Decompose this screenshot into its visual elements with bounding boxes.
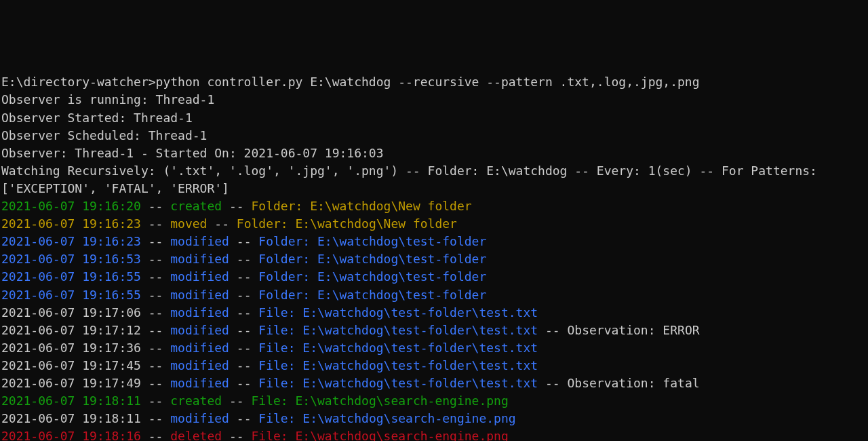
- startup-line: Observer Started: Thread-1: [1, 109, 867, 127]
- log-action: modified: [170, 269, 229, 284]
- log-ts: 2021-06-07 19:18:16: [1, 429, 141, 441]
- log-sep2: --: [229, 358, 258, 372]
- log-sep1: --: [141, 429, 170, 441]
- log-sep1: --: [141, 394, 170, 408]
- log-target: File: E:\watchdog\test-folder\test.txt: [258, 305, 538, 320]
- log-line: 2021-06-07 19:18:16 -- deleted -- File: …: [1, 427, 867, 441]
- log-target: File: E:\watchdog\test-folder\test.txt: [258, 323, 538, 337]
- log-sep2: --: [207, 216, 236, 231]
- log-action: modified: [170, 288, 229, 302]
- log-sep2: --: [222, 199, 251, 213]
- log-line: 2021-06-07 19:17:49 -- modified -- File:…: [1, 375, 867, 392]
- log-extra: -- Observation: ERROR: [538, 323, 699, 337]
- log-target: File: E:\watchdog\test-folder\test.txt: [258, 358, 538, 372]
- log-ts: 2021-06-07 19:16:53: [1, 252, 141, 266]
- log-target: Folder: E:\watchdog\test-folder: [258, 269, 486, 284]
- log-line: 2021-06-07 19:16:23 -- moved -- Folder: …: [1, 215, 867, 233]
- log-sep1: --: [141, 323, 170, 337]
- log-action: deleted: [170, 429, 222, 441]
- log-sep1: --: [141, 252, 170, 266]
- log-ts: 2021-06-07 19:17:45: [1, 358, 141, 372]
- log-sep2: --: [229, 234, 258, 248]
- log-sep1: --: [141, 341, 170, 355]
- log-line: 2021-06-07 19:16:20 -- created -- Folder…: [1, 197, 867, 215]
- log-ts: 2021-06-07 19:18:11: [1, 394, 141, 408]
- event-log: 2021-06-07 19:16:20 -- created -- Folder…: [1, 197, 867, 441]
- log-target: File: E:\watchdog\search-engine.png: [258, 411, 515, 425]
- log-action: modified: [170, 411, 229, 425]
- log-line: 2021-06-07 19:18:11 -- modified -- File:…: [1, 410, 867, 427]
- log-target: Folder: E:\watchdog\New folder: [251, 199, 471, 213]
- log-sep1: --: [141, 216, 170, 231]
- log-ts: 2021-06-07 19:16:23: [1, 216, 141, 231]
- log-target: File: E:\watchdog\search-engine.png: [251, 429, 508, 441]
- log-ts: 2021-06-07 19:17:12: [1, 323, 141, 337]
- log-sep2: --: [222, 394, 251, 408]
- log-line: 2021-06-07 19:17:36 -- modified -- File:…: [1, 339, 867, 357]
- log-ts: 2021-06-07 19:16:20: [1, 199, 141, 213]
- log-line: 2021-06-07 19:16:53 -- modified -- Folde…: [1, 250, 867, 268]
- log-line: 2021-06-07 19:16:55 -- modified -- Folde…: [1, 268, 867, 286]
- log-line: 2021-06-07 19:16:55 -- modified -- Folde…: [1, 286, 867, 304]
- log-target: Folder: E:\watchdog\test-folder: [258, 288, 486, 302]
- log-action: modified: [170, 358, 229, 372]
- log-sep2: --: [229, 341, 258, 355]
- command-prompt-line: E:\directory-watcher>python controller.p…: [1, 73, 867, 91]
- log-sep1: --: [141, 358, 170, 372]
- log-sep1: --: [141, 269, 170, 284]
- log-action: created: [170, 199, 222, 213]
- log-line: 2021-06-07 19:16:23 -- modified -- Folde…: [1, 233, 867, 250]
- log-target: File: E:\watchdog\search-engine.png: [251, 394, 508, 408]
- startup-line: Observer Scheduled: Thread-1: [1, 127, 867, 145]
- log-sep1: --: [141, 234, 170, 248]
- log-action: created: [170, 394, 222, 408]
- startup-line: Observer: Thread-1 - Started On: 2021-06…: [1, 145, 867, 162]
- startup-messages: Observer is running: Thread-1Observer St…: [1, 91, 867, 197]
- log-ts: 2021-06-07 19:17:06: [1, 305, 141, 320]
- log-action: modified: [170, 323, 229, 337]
- log-target: Folder: E:\watchdog\New folder: [237, 216, 457, 231]
- log-sep2: --: [229, 376, 258, 390]
- log-sep1: --: [141, 199, 170, 213]
- log-extra: -- Observation: fatal: [538, 376, 699, 390]
- log-action: modified: [170, 252, 229, 266]
- log-sep1: --: [141, 376, 170, 390]
- log-ts: 2021-06-07 19:16:23: [1, 234, 141, 248]
- log-sep2: --: [229, 269, 258, 284]
- startup-line: Observer is running: Thread-1: [1, 91, 867, 109]
- log-line: 2021-06-07 19:17:06 -- modified -- File:…: [1, 304, 867, 322]
- log-sep2: --: [229, 252, 258, 266]
- log-action: moved: [170, 216, 207, 231]
- log-line: 2021-06-07 19:17:45 -- modified -- File:…: [1, 357, 867, 375]
- log-sep2: --: [229, 305, 258, 320]
- log-ts: 2021-06-07 19:17:36: [1, 341, 141, 355]
- log-sep1: --: [141, 305, 170, 320]
- log-action: modified: [170, 341, 229, 355]
- log-action: modified: [170, 376, 229, 390]
- log-sep1: --: [141, 288, 170, 302]
- log-line: 2021-06-07 19:18:11 -- created -- File: …: [1, 392, 867, 410]
- log-action: modified: [170, 234, 229, 248]
- terminal-output[interactable]: E:\directory-watcher>python controller.p…: [1, 73, 867, 441]
- log-ts: 2021-06-07 19:18:11: [1, 411, 141, 425]
- log-sep2: --: [229, 323, 258, 337]
- log-ts: 2021-06-07 19:17:49: [1, 376, 141, 390]
- log-target: Folder: E:\watchdog\test-folder: [258, 234, 486, 248]
- log-ts: 2021-06-07 19:16:55: [1, 269, 141, 284]
- log-target: Folder: E:\watchdog\test-folder: [258, 252, 486, 266]
- log-target: File: E:\watchdog\test-folder\test.txt: [258, 376, 538, 390]
- log-sep2: --: [222, 429, 251, 441]
- log-ts: 2021-06-07 19:16:55: [1, 288, 141, 302]
- startup-line: Watching Recursively: ('.txt', '.log', '…: [1, 162, 867, 197]
- log-sep2: --: [229, 411, 258, 425]
- log-sep2: --: [229, 288, 258, 302]
- log-line: 2021-06-07 19:17:12 -- modified -- File:…: [1, 322, 867, 339]
- log-target: File: E:\watchdog\test-folder\test.txt: [258, 341, 538, 355]
- log-sep1: --: [141, 411, 170, 425]
- log-action: modified: [170, 305, 229, 320]
